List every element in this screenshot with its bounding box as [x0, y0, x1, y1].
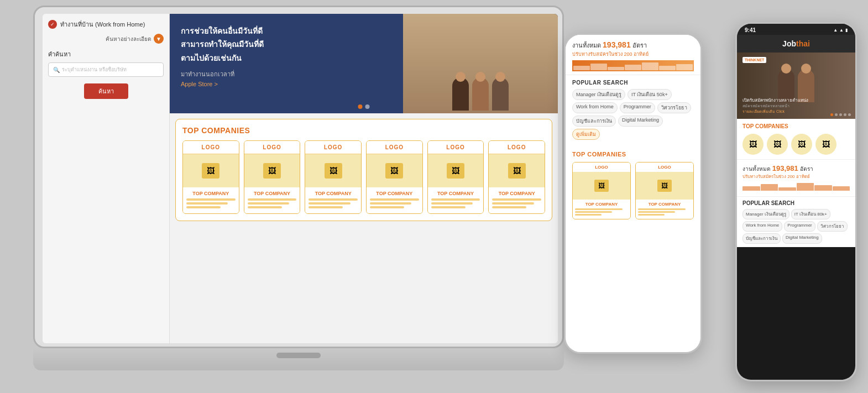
banner-link2[interactable]: Apple Store >: [181, 80, 264, 90]
banner-dot-1[interactable]: [358, 104, 363, 109]
p2-battery-icon: ▮: [845, 28, 848, 33]
company-logo-text-3: LOGO: [308, 144, 358, 150]
company-name-6: TOP COMPANY: [492, 191, 541, 196]
company-img-placeholder-1: 🖼: [202, 163, 219, 179]
scene: ✓ ทำงานที่บ้าน (Work from Home) ค้นหาอย่…: [0, 0, 868, 393]
company-name-5: TOP COMPANY: [431, 191, 480, 196]
p2-circle-2[interactable]: 🖼: [767, 134, 788, 155]
p1-logo-area-1: LOGO: [573, 163, 630, 172]
laptop-sidebar: ✓ ทำงานที่บ้าน (Work from Home) ค้นหาอย่…: [43, 14, 170, 343]
laptop-companies-grid: LOGO 🖼 TOP COMPANY: [182, 140, 545, 214]
p2-count-number: 193,981: [772, 164, 798, 172]
p1-tag-it[interactable]: IT เงินเดือน 50k+: [628, 89, 672, 100]
company-info-3: TOP COMPANY: [305, 187, 361, 213]
p2-tag-it[interactable]: IT เงินเดือน 80k+: [791, 209, 830, 219]
p2-tags-row2: Work from Home Programmer วิศวกรโยธา: [742, 221, 850, 232]
p2-tag-programmer[interactable]: Programmer: [784, 221, 815, 232]
p2-time: 9:41: [745, 27, 756, 33]
p2-banner-link[interactable]: รายละเอียดเพิ่มเติม Click: [742, 109, 808, 114]
company-img-area-3: 🖼: [305, 154, 361, 187]
p1-tag-manager[interactable]: Manager เงินเดือนดูรู: [572, 89, 625, 100]
p2-count-prefix: งานทั้งหมด: [742, 166, 772, 172]
p1-tag-accounting[interactable]: บัญชีและการเงิน: [572, 116, 616, 127]
info-line-1c: [186, 206, 221, 208]
company-logo-area-3: LOGO: [305, 141, 361, 154]
info-line-1a: [186, 198, 236, 201]
info-line-3c: [308, 206, 343, 208]
company-card-5[interactable]: LOGO 🖼 TOP COMPANY: [427, 140, 484, 214]
p2-dot-1[interactable]: [830, 113, 833, 116]
company-info-4: TOP COMPANY: [367, 187, 422, 213]
banner-dot-2[interactable]: [365, 104, 370, 109]
info-line-5b: [431, 202, 473, 205]
p1-company-name-2: TOP COMPANY: [638, 202, 691, 207]
p1-company-card-2[interactable]: LOGO 🖼 TOP COMPANY: [635, 162, 694, 219]
p2-tag-manager[interactable]: Manager เงินเดือนดูรู: [742, 209, 789, 219]
p1-count-suffix: อัตรา: [631, 42, 647, 49]
company-logo-text-2: LOGO: [248, 144, 297, 150]
p2-circle-3[interactable]: 🖼: [791, 134, 812, 155]
p2-tag-wfh[interactable]: Work from Home: [742, 221, 782, 232]
sidebar-search-box[interactable]: 🔍 ระบุตำแหน่งงาน หรือชื่อบริษัท: [48, 62, 164, 77]
p1-tag-engineer[interactable]: วิศวกรโยธา: [657, 102, 691, 113]
p2-banner-dots: [830, 113, 851, 116]
company-img-area-4: 🖼: [367, 154, 422, 187]
p1-tag-wfh[interactable]: Work from Home: [572, 102, 618, 113]
p2-circle-1[interactable]: 🖼: [742, 134, 764, 155]
banner-dots: [358, 104, 370, 109]
company-name-4: TOP COMPANY: [370, 191, 419, 196]
p2-tags-row1: Manager เงินเดือนดูรู IT เงินเดือน 80k+: [742, 209, 850, 219]
p1-tag-marketing[interactable]: Digital Marketing: [618, 116, 663, 127]
search-icon: 🔍: [53, 67, 60, 73]
p1-info-line-1b: [575, 211, 612, 213]
p2-dot-2[interactable]: [835, 113, 838, 116]
p2-count-text: งานทั้งหมด 193,981 อัตรา: [742, 164, 850, 173]
info-line-4c: [370, 206, 404, 208]
phone1: งานทั้งหมด 193,981 อัตรา ปรับทางรับสมัคร…: [564, 33, 702, 354]
p1-company-card-1[interactable]: LOGO 🖼 TOP COMPANY: [572, 162, 631, 219]
p2-tag-marketing[interactable]: Digital Marketing: [782, 233, 822, 244]
company-name-3: TOP COMPANY: [308, 191, 358, 196]
p1-ps-title: POPULAR SEARCH: [572, 80, 694, 86]
p2-count-section: งานทั้งหมด 193,981 อัตรา ปรับทางรับสมัคร…: [737, 159, 855, 196]
company-img-placeholder-4: 🖼: [385, 163, 403, 179]
info-line-6a: [492, 198, 541, 201]
chart-bar-3: [608, 67, 624, 70]
chart-bar-6: [659, 66, 676, 70]
company-card-4[interactable]: LOGO 🖼 TOP COMPANY: [366, 140, 423, 214]
laptop-screen: ✓ ทำงานที่บ้าน (Work from Home) ค้นหาอย่…: [43, 14, 558, 343]
sidebar-search-placeholder: ระบุตำแหน่งงาน หรือชื่อบริษัท: [62, 66, 127, 74]
p2-banner-logo: THINKNET: [742, 57, 766, 63]
info-line-4b: [370, 202, 411, 205]
company-info-6: TOP COMPANY: [489, 187, 545, 213]
chart-bar-7: [676, 64, 693, 70]
p2-tag-accounting[interactable]: บัญชีและการเงิน: [742, 233, 781, 244]
company-info-5: TOP COMPANY: [428, 187, 484, 213]
laptop-tc-title: TOP COMPANIES: [182, 126, 545, 135]
sidebar-wfh-item[interactable]: ✓ ทำงานที่บ้าน (Work from Home): [48, 19, 164, 29]
p2-dot-3[interactable]: [839, 113, 842, 116]
p1-info-line-1c: [575, 214, 602, 216]
wfh-check-icon: ✓: [48, 20, 57, 29]
p2-tags-row3: บัญชีและการเงิน Digital Marketing: [742, 233, 850, 244]
p2-dot-4[interactable]: [844, 113, 846, 116]
company-img-placeholder-5: 🖼: [447, 163, 464, 179]
p2-status-bar: 9:41 ▲ ▲ ▮: [737, 24, 855, 35]
sidebar-detail-btn[interactable]: ค้นหาอย่างละเอียด ▼: [48, 34, 164, 44]
p2-dot-5[interactable]: [848, 113, 851, 116]
p1-tag-more[interactable]: ดูเพิ่มเติม: [572, 129, 600, 140]
p2-circle-4[interactable]: 🖼: [815, 134, 836, 155]
company-card-6[interactable]: LOGO 🖼 TOP COMPANY: [488, 140, 545, 214]
p1-tag-programmer[interactable]: Programmer: [620, 102, 655, 113]
p2-count-suffix: อัตรา: [798, 166, 813, 172]
company-card-1[interactable]: LOGO 🖼 TOP COMPANY: [182, 140, 239, 214]
p1-count-text: งานทั้งหมด 193,981 อัตรา: [572, 40, 694, 50]
p1-popular-search: POPULAR SEARCH Manager เงินเดือนดูรู IT …: [566, 75, 700, 146]
company-card-2[interactable]: LOGO 🖼 TOP COMPANY: [244, 140, 301, 214]
laptop-top-companies: TOP COMPANIES LOGO 🖼: [175, 119, 552, 221]
p2-circles-row: 🖼 🖼 🖼 🖼: [742, 134, 850, 155]
sidebar-search-button[interactable]: ค้นหา: [84, 83, 128, 99]
p2-tag-engineer[interactable]: วิศวกรโยธา: [817, 221, 848, 232]
chart-bar-1: [573, 66, 590, 70]
company-card-3[interactable]: LOGO 🖼 TOP COMPANY: [305, 140, 362, 214]
